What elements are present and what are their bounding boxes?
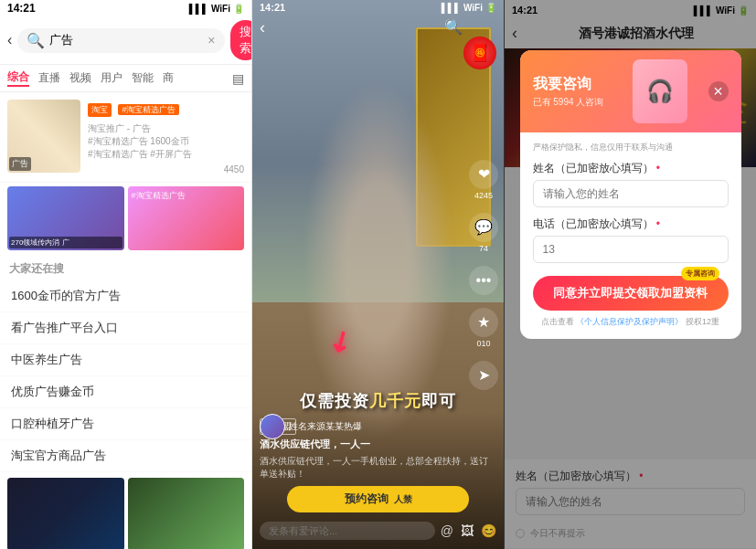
ad-badge: 广告 [9,157,31,171]
search-results: 广告 淘宝 #淘宝精选广告 淘宝推广 - 广告 #淘宝精选广告 1600金币 #… [0,92,251,549]
name-required: • [656,162,660,174]
legal-link[interactable]: 《个人信息保护及保护声明》 [576,317,683,326]
suggestion-item-5[interactable]: 口腔种植牙广告 [0,408,251,440]
grid-caption-1: 270领域传内消 广 [9,237,122,248]
red-envelope-icon[interactable]: 🧧 [463,37,496,69]
more-action[interactable]: ••• [469,266,498,295]
tab-comprehensive[interactable]: 综合 [7,69,29,87]
at-icon[interactable]: @ [441,523,453,538]
comment-input[interactable] [260,522,435,540]
clear-icon[interactable]: × [208,33,215,48]
suggestion-item-6[interactable]: 淘宝官方商品广告 [0,440,251,472]
video-back-button[interactable]: ‹ [260,18,265,37]
signal-2: ▌▌▌ [442,3,461,13]
search-input-wrap: 🔍 × [17,28,224,53]
tab-video[interactable]: 视频 [69,70,91,86]
product-card-1[interactable]: 广告 淘宝 #淘宝精选广告 淘宝推广 - 广告 #淘宝精选广告 1600金币 #… [0,92,251,183]
cta-button[interactable]: 预约咨询 人禁 [287,486,469,512]
wifi-icon: WiFi [211,4,230,14]
suggestion-item-1[interactable]: 1600金币的官方广告 [0,280,251,312]
popup-overlay: 我要咨询 已有 5994 人咨询 🎧 × 严格保护隐私，信息仅用于联系与沟通 姓… [505,48,756,548]
search-input[interactable] [49,34,203,48]
panel-search: 14:21 ▌▌▌ WiFi 🔋 ‹ 🔍 × 搜索 综合 直播 视频 用户 智能… [0,0,252,549]
status-icons-2: ▌▌▌ WiFi 🔋 [442,3,496,13]
name-label: 姓名（已加密放心填写） • [533,161,729,176]
more-icon[interactable]: ••• [469,266,498,295]
tab-smart[interactable]: 智能 [132,70,154,86]
comment-icon[interactable]: 💬 [469,213,498,242]
filter-icon[interactable]: ▤ [232,71,244,86]
phone-required: • [656,217,660,230]
search-button[interactable]: 搜索 [230,20,252,60]
image-grid: 270领域传内消 广 #淘宝精选广告 [0,183,251,254]
subtitle-highlight: 几千元 [369,392,421,410]
likes-1: 4450 [88,164,244,174]
comment-count: 74 [479,244,488,253]
submit-wrap: 同意并立即提交领取加盟资料 专属咨询 [533,272,729,311]
share-action[interactable]: ★ 010 [469,308,498,348]
person-silhouette [303,82,453,439]
video-description: 酒水供应链代理，一人一手机创业，总部全程扶持，送订单送补贴！ [260,455,496,480]
forward-icon[interactable]: ➤ [469,361,498,390]
battery-icon: 🔋 [233,4,244,14]
status-icons-1: ▌▌▌ WiFi 🔋 [189,4,244,14]
popup-title: 我要咨询 [533,75,604,94]
panel-video: 仅需投资几千元即可 ↙ 14:21 ▌▌▌ WiFi 🔋 ‹ 🔍 🧧 ❤ 424… [252,0,505,549]
phone-input[interactable] [533,236,729,263]
emoji-icon[interactable]: 😊 [481,523,496,538]
tab-user[interactable]: 用户 [101,70,122,86]
popup-header: 我要咨询 已有 5994 人咨询 🎧 × [520,50,741,132]
comment-action[interactable]: 💬 74 [469,213,498,253]
popup-header-left: 我要咨询 已有 5994 人咨询 [533,75,604,109]
bottom-images [0,472,251,549]
time-2: 14:21 [260,2,285,13]
cta-label: 预约咨询 [345,491,389,507]
panel-landing: 14:21 ▌▌▌ WiFi 🔋 ‹ 酒号港诚招酒水代理 酒号港 | 全球名酒 … [505,0,756,549]
user-count: 人禁 [394,493,412,506]
phone-label-text: 电话（已加密放心填写） [533,217,654,230]
suggestion-item-3[interactable]: 中医养生广告 [0,344,251,376]
grid-img-1: 270领域传内消 广 [7,186,124,250]
tabs-bar: 综合 直播 视频 用户 智能 商 ▤ [0,65,251,92]
comment-icons: @ 🖼 😊 [441,523,496,538]
bottom-img-2 [128,478,245,549]
battery-2: 🔋 [485,3,496,13]
name-label-text: 姓名（已加密放心填写） [533,162,654,174]
heart-icon[interactable]: ❤ [469,160,498,189]
grid-title-2: #淘宝精选广告 [128,186,245,206]
name-input[interactable] [533,180,729,207]
product-info-1: 淘宝 #淘宝精选广告 淘宝推广 - 广告 #淘宝精选广告 1600金币 #淘宝精… [88,100,244,174]
grid-img-2: #淘宝精选广告 [128,186,245,250]
submit-badge: 专属咨询 [681,267,719,280]
popup-submit-button[interactable]: 同意并立即提交领取加盟资料 [533,276,729,311]
video-subtitle: 仅需投资几千元即可 [252,390,504,412]
tab-live[interactable]: 直播 [38,70,60,86]
popup-character: 🎧 [633,59,687,123]
suggestion-item-4[interactable]: 优质广告赚金币 [0,376,251,408]
popup-card: 我要咨询 已有 5994 人咨询 🎧 × 严格保护隐私，信息仅用于联系与沟通 姓… [520,50,741,339]
video-bottom-bar: 姓名来源某某热爆 业加盟 酒水供应链代理，一人一 酒水供应链代理，一人一手机创业… [252,411,504,549]
video-title: 酒水供应链代理，一人一 [260,438,496,451]
suggestions-title: 大家还在搜 [0,254,251,280]
side-actions: ❤ 4245 💬 74 ••• ★ 010 ➤ [469,160,498,390]
like-action[interactable]: ❤ 4245 [469,160,498,200]
search-icon: 🔍 [27,32,45,49]
product-tag: 淘宝 [88,103,112,117]
suggestion-item-2[interactable]: 看广告推广平台入口 [0,312,251,344]
forward-action[interactable]: ➤ [469,361,498,390]
tab-shop[interactable]: 商 [163,70,174,86]
video-user-avatar[interactable] [260,414,285,439]
video-user-name: 姓名来源某某热爆 [289,420,362,433]
star-icon[interactable]: ★ [469,308,498,337]
legal-post: 授权12重 [686,317,719,326]
share-count: 010 [476,339,490,348]
popup-close-button[interactable]: × [708,81,729,101]
search-bar: ‹ 🔍 × 搜索 [0,16,251,65]
image-icon[interactable]: 🖼 [461,523,474,538]
video-search-button[interactable]: 🔍 [444,18,463,36]
legal-text: 点击查看 《个人信息保护及保护声明》 授权12重 [533,316,729,328]
signal-icon: ▌▌▌ [189,4,208,14]
back-button[interactable]: ‹ [7,32,12,48]
p3-content: 酒号港 | 全球名酒 千款知名酒水 尽在 一站式酒业解决品牌 金 我要咨询 已有… [505,48,756,548]
popup-body: 严格保护隐私，信息仅用于联系与沟通 姓名（已加密放心填写） • 电话（已加密放心… [520,132,741,328]
